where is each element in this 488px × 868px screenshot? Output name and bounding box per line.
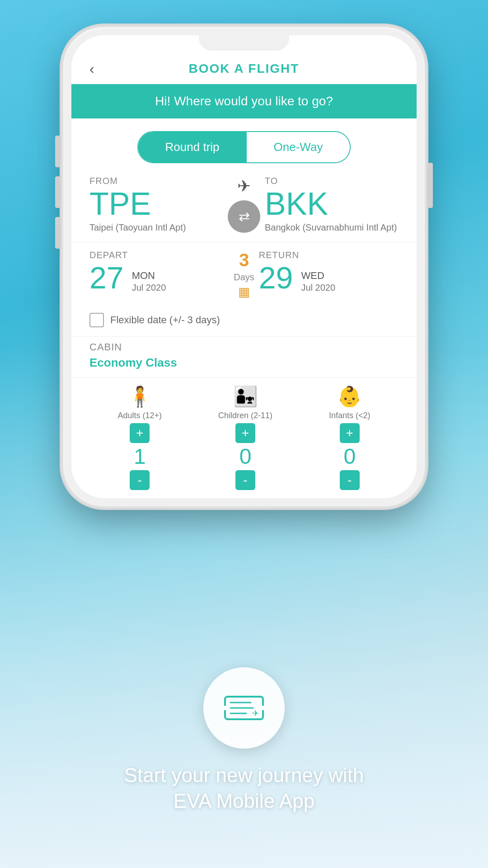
phone-notch [199, 35, 289, 51]
depart-month: Jul 2020 [132, 283, 166, 293]
children-count: 0 [239, 446, 252, 467]
children-group: 👨‍👧 Children (2-11) + 0 - [218, 385, 272, 490]
days-label: Days [234, 272, 254, 283]
greeting-banner: Hi! Where would you like to go? [71, 84, 417, 118]
bottom-tagline: Start your new journey with EVA Mobile A… [124, 762, 364, 814]
phone-shell: ‹ BOOK A FLIGHT Hi! Where would you like… [63, 27, 425, 506]
passengers-section: 🧍 Adults (12+) + 1 - 👨‍👧 Children (2-11)… [71, 377, 417, 498]
adults-plus-button[interactable]: + [130, 423, 150, 443]
infants-minus-button[interactable]: - [340, 470, 360, 490]
phone-screen: ‹ BOOK A FLIGHT Hi! Where would you like… [71, 35, 417, 498]
from-name: Taipei (Taoyuan Intl Apt) [89, 222, 223, 233]
flexible-date-checkbox[interactable] [89, 313, 104, 327]
ticket-icon: ✈ [221, 690, 267, 726]
tagline-line2: EVA Mobile App [174, 790, 314, 812]
cabin-section[interactable]: CABIN Economy Class [71, 336, 417, 377]
adults-count: 1 [134, 446, 146, 467]
children-label: Children (2-11) [218, 411, 272, 420]
to-name: Bangkok (Suvarnabhumi Intl Apt) [265, 222, 399, 233]
route-middle: ✈ ⇄ [223, 177, 265, 233]
from-section[interactable]: FROM TPE Taipei (Taoyuan Intl Apt) [89, 176, 223, 233]
return-label: RETURN [259, 250, 399, 260]
swap-button[interactable]: ⇄ [228, 200, 260, 233]
to-section[interactable]: TO BKK Bangkok (Suvarnabhumi Intl Apt) [265, 176, 399, 233]
depart-day: 27 [89, 262, 124, 293]
app-header: ‹ BOOK A FLIGHT [71, 51, 417, 84]
children-icon: 👨‍👧 [233, 385, 258, 408]
days-middle: 3 Days ▦ [229, 250, 259, 299]
flexible-date-label: Flexible date (+/- 3 days) [110, 314, 220, 326]
return-month: Jul 2020 [301, 283, 335, 293]
from-label: FROM [89, 176, 223, 186]
to-code: BKK [265, 188, 399, 220]
page-title: BOOK A FLIGHT [189, 61, 300, 76]
phone-wrapper: ‹ BOOK A FLIGHT Hi! Where would you like… [63, 27, 425, 506]
infants-plus-button[interactable]: + [340, 423, 360, 443]
cabin-value: Economy Class [89, 356, 399, 370]
adults-minus-button[interactable]: - [130, 470, 150, 490]
depart-dow: MON [132, 270, 155, 282]
cabin-label: CABIN [89, 341, 399, 353]
toggle-container: Round trip One-Way [137, 131, 351, 163]
adults-label: Adults (12+) [117, 411, 162, 420]
return-section[interactable]: RETURN 29 WED Jul 2020 [259, 250, 399, 293]
children-plus-button[interactable]: + [235, 423, 255, 443]
app-content: ‹ BOOK A FLIGHT Hi! Where would you like… [71, 35, 417, 498]
children-minus-button[interactable]: - [235, 470, 255, 490]
infants-count: 0 [343, 446, 356, 467]
one-way-button[interactable]: One-Way [247, 132, 350, 162]
route-section: FROM TPE Taipei (Taoyuan Intl Apt) ✈ ⇄ T… [71, 176, 417, 242]
days-count: 3 [239, 250, 249, 270]
svg-point-5 [223, 706, 227, 710]
flexible-date-row[interactable]: Flexible date (+/- 3 days) [71, 308, 417, 336]
svg-point-6 [261, 706, 265, 710]
return-day: 29 [259, 262, 293, 293]
plane-icon: ✈ [237, 177, 251, 196]
adults-group: 🧍 Adults (12+) + 1 - [117, 385, 162, 490]
adult-icon: 🧍 [127, 385, 152, 408]
trip-type-toggle: Round trip One-Way [71, 118, 417, 176]
svg-text:✈: ✈ [252, 709, 259, 718]
depart-label: DEPART [89, 250, 229, 260]
calendar-icon: ▦ [238, 284, 250, 299]
banner-text: Hi! Where would you like to go? [155, 94, 333, 108]
tagline-line1: Start your new journey with [124, 764, 364, 786]
round-trip-button[interactable]: Round trip [138, 132, 247, 162]
ticket-circle: ✈ [203, 667, 285, 749]
from-code: TPE [89, 188, 223, 220]
back-button[interactable]: ‹ [89, 61, 94, 77]
infants-label: Infants (<2) [329, 411, 371, 420]
depart-section[interactable]: DEPART 27 MON Jul 2020 [89, 250, 229, 293]
infants-group: 👶 Infants (<2) + 0 - [329, 385, 371, 490]
date-section: DEPART 27 MON Jul 2020 3 Days ▦ [71, 242, 417, 308]
infant-icon: 👶 [337, 385, 362, 408]
return-dow: WED [301, 270, 324, 282]
to-label: TO [265, 176, 399, 186]
bottom-section: ✈ Start your new journey with EVA Mobile… [0, 667, 488, 814]
